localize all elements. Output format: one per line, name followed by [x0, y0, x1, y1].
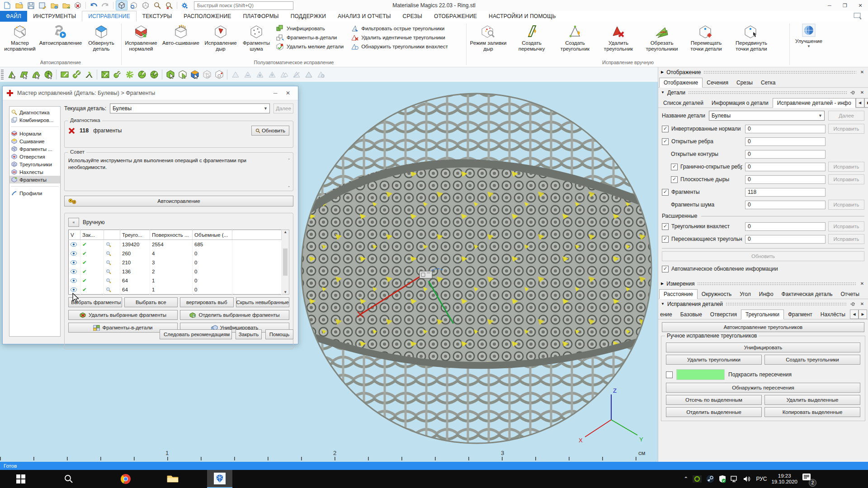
save-as-icon[interactable]: [37, 1, 48, 10]
redo-icon[interactable]: [100, 1, 111, 10]
create-bridge-button[interactable]: Создать перемычку: [510, 23, 553, 52]
unify-button[interactable]: Унифицировать: [276, 25, 344, 32]
tab-reports[interactable]: Отчеты: [837, 290, 863, 299]
tab-actual-part[interactable]: Фактическая деталь: [778, 290, 837, 299]
parts-section-header[interactable]: ▼ Детали ✕: [658, 88, 868, 97]
delete-part-icon[interactable]: [72, 1, 83, 10]
table-row[interactable]: ✔ 1394202554685: [69, 240, 282, 249]
hole-fill-mode-button[interactable]: Режим заливки дыр: [467, 23, 510, 52]
separate-selected-fragments-button[interactable]: Отделить выбранные фрагменты: [180, 310, 289, 320]
table-row[interactable]: ✔ 21030: [69, 258, 282, 267]
drag-handle[interactable]: [703, 70, 856, 74]
sidebar-item-triangles[interactable]: Треугольники: [9, 160, 60, 168]
tab-display[interactable]: Отображение: [659, 78, 703, 88]
tab-scroll-right[interactable]: ▶: [864, 98, 868, 108]
table-row[interactable]: ✔ 13620: [69, 267, 282, 276]
value-field[interactable]: 0: [745, 150, 826, 159]
select-fragments-button[interactable]: Выбрать фрагменты: [68, 297, 122, 307]
create-triangle-button[interactable]: Создать треугольник: [553, 23, 597, 52]
color-cube-tool[interactable]: [189, 69, 200, 80]
tab-supports[interactable]: ПОДДЕРЖКИ: [285, 11, 332, 22]
value-field[interactable]: 0: [745, 222, 826, 231]
tab-circle[interactable]: Окружность: [698, 290, 736, 299]
star-mark-tool[interactable]: [124, 69, 135, 80]
follow-recommendations-button[interactable]: Следовать рекомендациям: [160, 329, 232, 339]
sidebar-item-stitching[interactable]: Сшивание: [9, 137, 60, 145]
tab-scroll-left[interactable]: ◀: [850, 310, 859, 319]
shaded-view-icon[interactable]: [116, 0, 127, 10]
paint-intersections-checkbox[interactable]: [666, 371, 673, 378]
notification-center-button[interactable]: 2: [802, 473, 814, 485]
fix-button[interactable]: Исправить: [828, 221, 864, 231]
checkbox[interactable]: ✓: [671, 164, 678, 170]
tab-slices[interactable]: Срезы: [732, 78, 757, 87]
tab-scroll-left[interactable]: ◀: [856, 98, 864, 108]
ghost-cube-tool[interactable]: [201, 69, 212, 80]
checkbox[interactable]: ✓: [662, 236, 669, 243]
clock[interactable]: 19:23 19.10.2020: [771, 473, 797, 485]
table-scrollbar[interactable]: ▲▼: [282, 230, 289, 295]
close-icon[interactable]: ✕: [859, 70, 865, 75]
tab-basic[interactable]: Базовые: [676, 310, 706, 319]
value-field[interactable]: 0: [745, 175, 826, 184]
triangle-tool-6[interactable]: [291, 69, 302, 80]
sidebar-item-fragments[interactable]: Фрагменты: [9, 176, 60, 183]
quick-search-input[interactable]: [196, 2, 291, 9]
wireframe-view-icon[interactable]: [140, 1, 151, 10]
drag-handle[interactable]: [697, 282, 856, 285]
shrink-wrap-button[interactable]: Обвернуть деталь: [81, 23, 121, 52]
freeform-select-tool[interactable]: [83, 69, 94, 80]
show-cube-tool[interactable]: [165, 69, 176, 80]
sidebar-item-normals[interactable]: Нормали: [9, 130, 60, 137]
mark-shell-tool[interactable]: [42, 69, 54, 80]
noise-shells-button[interactable]: Фрагменты шума: [240, 23, 273, 52]
tab-part-info[interactable]: Информация о детали: [708, 99, 773, 108]
move-part-points-button[interactable]: Перемещать точки детали: [684, 23, 729, 52]
import-part-icon[interactable]: [49, 1, 60, 10]
chrome-taskbar-icon[interactable]: [113, 470, 138, 488]
open-file-icon[interactable]: [14, 1, 24, 10]
tab-clipped[interactable]: ение: [659, 310, 676, 319]
tab-overlaps[interactable]: Нахлёсты: [816, 310, 849, 319]
next-button[interactable]: Далее: [828, 111, 864, 121]
tab-textures[interactable]: ТЕКСТУРЫ: [137, 11, 178, 22]
create-triangles-button[interactable]: Создать треугольники: [764, 355, 860, 365]
copy-selected-button[interactable]: Копировать выделенные: [764, 407, 860, 417]
triangle-tool-2[interactable]: [242, 69, 253, 80]
measurements-section-header[interactable]: ▶ Измерения ✕: [658, 279, 868, 288]
tab-triangles[interactable]: Треугольники: [741, 310, 784, 319]
fragments-table[interactable]: V Зак... Треуго... Поверхность ... Объем…: [68, 230, 282, 295]
mark-triangle-tool[interactable]: [6, 69, 17, 80]
delete-triangles-button[interactable]: Удалить треугольники: [666, 355, 762, 365]
tab-shell[interactable]: Фрагмент: [784, 310, 816, 319]
delete-selected-fragments-button[interactable]: Удалить выбранные фрагменты: [68, 310, 178, 320]
magics-taskbar-icon[interactable]: [207, 470, 232, 488]
network-tray-icon[interactable]: [731, 476, 739, 482]
unify-button[interactable]: Унифицировать: [666, 343, 860, 352]
triangle-tool-5[interactable]: [278, 69, 290, 80]
fix-button[interactable]: Исправить: [828, 234, 864, 244]
detect-intersections-button[interactable]: Обнаружить пересечения: [666, 383, 860, 393]
pin-icon[interactable]: [850, 301, 856, 306]
checkbox[interactable]: ✓: [662, 266, 669, 272]
sidebar-item-overlaps[interactable]: Нахлесты: [9, 168, 60, 176]
export-part-icon[interactable]: [61, 1, 71, 10]
pie-mark-tool[interactable]: [136, 69, 147, 80]
table-row[interactable]: ✔ 26040: [69, 249, 282, 258]
nvidia-tray-icon[interactable]: [693, 475, 702, 483]
value-field[interactable]: 0: [745, 137, 826, 146]
triangle-tool-8[interactable]: [315, 69, 326, 80]
value-field[interactable]: 0: [745, 125, 826, 133]
update-info-button[interactable]: Обновить: [662, 251, 864, 261]
fix-wizard-button[interactable]: Мастер исправлений: [0, 23, 40, 52]
refresh-button[interactable]: Обновить: [251, 126, 289, 136]
tab-sections[interactable]: Сечения: [703, 78, 732, 87]
tab-file[interactable]: ФАЙЛ: [0, 11, 27, 22]
drag-handle[interactable]: [726, 302, 847, 305]
marked-view-icon[interactable]: [128, 1, 139, 10]
defender-tray-icon[interactable]: [719, 475, 726, 483]
tab-angle[interactable]: Угол: [736, 290, 755, 299]
sidebar-item-combined[interactable]: Комбиниров...: [9, 116, 60, 124]
tab-fix[interactable]: ИСПРАВЛЕНИЕ: [82, 11, 136, 22]
autofix-button[interactable]: Автоисправление: [40, 23, 81, 46]
